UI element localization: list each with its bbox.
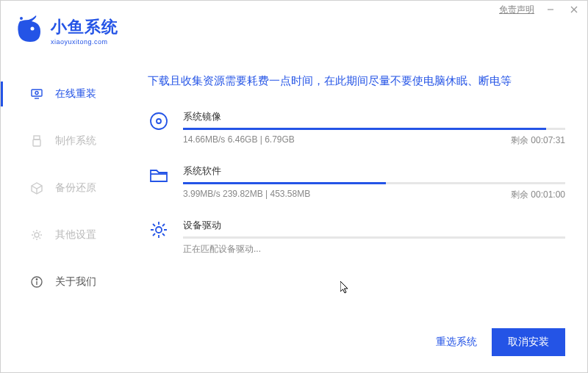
svg-rect-5 — [32, 90, 42, 96]
task-stats: 14.66MB/s 6.46GB | 6.79GB — [183, 134, 295, 147]
svg-point-13 — [36, 279, 37, 280]
status-message: 下载且收集资源需要耗费一点时间，在此期间尽量不要使电脑休眠、断电等 — [148, 74, 565, 88]
progress-bar — [183, 128, 565, 130]
progress-bar — [183, 182, 565, 184]
monitor-icon — [30, 87, 43, 101]
sidebar-item-reinstall[interactable]: 在线重装 — [1, 74, 129, 114]
close-button[interactable] — [567, 2, 581, 17]
progress-fill — [183, 128, 546, 130]
minimize-icon — [546, 5, 555, 14]
progress-bar — [183, 236, 565, 239]
sidebar-item-label: 在线重装 — [55, 87, 96, 101]
task-remaining: 剩余 00:07:31 — [511, 134, 565, 147]
task-row-driver: 设备驱动 正在匹配设备驱动... — [148, 219, 565, 256]
disc-icon — [148, 110, 170, 132]
task-status: 正在匹配设备驱动... — [183, 243, 565, 256]
minimize-button[interactable] — [543, 2, 558, 17]
cancel-button[interactable]: 取消安装 — [492, 328, 565, 356]
logo: 小鱼系统 xiaoyuxitong.com — [14, 15, 118, 46]
footer: 重选系统 取消安装 — [436, 328, 565, 356]
sidebar-item-settings: 其他设置 — [1, 215, 129, 255]
task-title: 系统镜像 — [183, 110, 565, 123]
folder-icon — [148, 164, 170, 186]
logo-fish-icon — [14, 15, 45, 46]
sidebar-item-backup: 备份还原 — [1, 168, 129, 208]
svg-rect-8 — [34, 136, 40, 140]
task-remaining: 剩余 00:01:00 — [511, 189, 565, 201]
disclaimer-link[interactable]: 免责声明 — [499, 4, 534, 16]
svg-point-15 — [157, 119, 161, 123]
task-title: 系统软件 — [183, 164, 565, 178]
svg-point-3 — [31, 27, 35, 31]
sidebar-item-label: 关于我们 — [55, 275, 96, 289]
box-icon — [30, 181, 43, 195]
svg-point-14 — [151, 113, 167, 129]
sidebar-item-label: 制作系统 — [55, 134, 96, 148]
svg-point-4 — [20, 17, 23, 20]
gear-icon — [30, 228, 43, 242]
logo-subtitle: xiaoyuxitong.com — [51, 38, 118, 46]
svg-point-16 — [156, 227, 162, 233]
info-icon — [30, 275, 43, 289]
sidebar-item-label: 备份还原 — [55, 181, 96, 195]
svg-rect-9 — [33, 140, 40, 146]
sidebar-item-about[interactable]: 关于我们 — [1, 262, 129, 302]
svg-point-10 — [35, 233, 39, 237]
cursor-icon — [340, 281, 352, 296]
task-stats: 3.99MB/s 239.82MB | 453.58MB — [183, 189, 310, 201]
task-row-software: 系统软件 3.99MB/s 239.82MB | 453.58MB 剩余 00:… — [148, 164, 565, 201]
sidebar: 在线重装 制作系统 备份还原 其他设置 关于我们 — [1, 74, 129, 309]
logo-title: 小鱼系统 — [51, 16, 118, 38]
sidebar-item-label: 其他设置 — [55, 228, 96, 242]
main-content: 下载且收集资源需要耗费一点时间，在此期间尽量不要使电脑休眠、断电等 系统镜像 1… — [148, 74, 565, 273]
sidebar-item-make: 制作系统 — [1, 121, 129, 161]
task-title: 设备驱动 — [183, 219, 565, 232]
progress-fill — [183, 182, 386, 184]
gear-icon — [148, 219, 170, 241]
usb-icon — [30, 134, 43, 148]
svg-point-6 — [35, 92, 38, 95]
task-row-image: 系统镜像 14.66MB/s 6.46GB | 6.79GB 剩余 00:07:… — [148, 110, 565, 147]
reselect-link[interactable]: 重选系统 — [436, 336, 477, 349]
close-icon — [570, 5, 578, 14]
